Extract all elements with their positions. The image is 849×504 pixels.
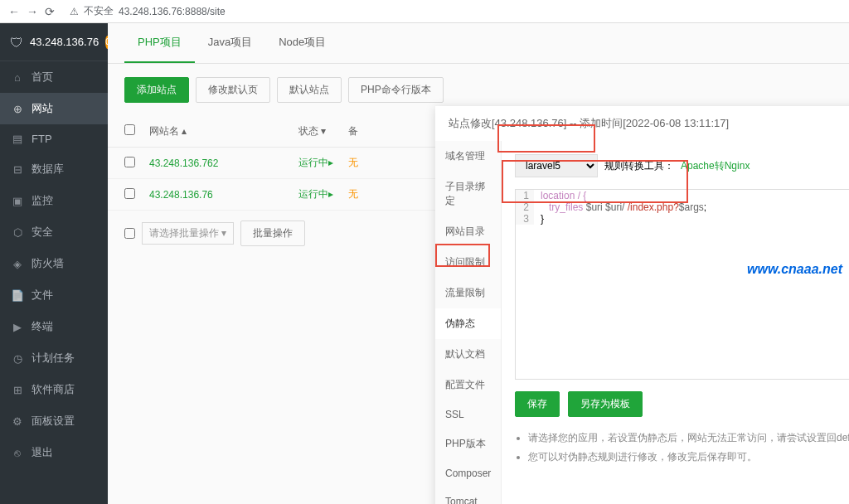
back-icon[interactable]: ←	[8, 5, 20, 18]
side-access[interactable]: 访问限制	[435, 247, 501, 278]
clock-icon: ◷	[12, 352, 23, 364]
save-button[interactable]: 保存	[515, 391, 560, 417]
warning-icon: ⚠	[70, 6, 79, 17]
code-editor[interactable]: 1location / { 2 try_files $uri $uri/ /in…	[515, 189, 849, 380]
main-content: PHP项目 Java项目 Node项目 添加站点 修改默认页 默认站点 PHP命…	[108, 23, 849, 504]
template-row: laravel5 规则转换工具： Apache转Nginx	[515, 154, 849, 177]
url-text: 43.248.136.76:8888/site	[119, 6, 226, 17]
sidebar-item-cron[interactable]: ◷计划任务	[0, 342, 108, 374]
modal-side-menu: 域名管理 子目录绑定 网站目录 访问限制 流量限制 伪静态 默认文档 配置文件 …	[435, 141, 502, 504]
sidebar-item-security[interactable]: ⬡安全	[0, 216, 108, 248]
side-composer[interactable]: Composer	[435, 459, 501, 487]
sidebar-item-website[interactable]: ⊕网站	[0, 93, 108, 124]
settings-icon: ⚙	[12, 415, 23, 427]
side-tomcat[interactable]: Tomcat	[435, 487, 501, 504]
tool-label: 规则转换工具：	[604, 159, 674, 173]
sidebar-menu: ⌂首页 ⊕网站 ▤FTP ⊟数据库 ▣监控 ⬡安全 ◈防火墙 📄文件 ▶终端 ◷…	[0, 61, 108, 504]
reload-icon[interactable]: ⟳	[45, 5, 55, 18]
grid-icon: ⊞	[12, 384, 23, 395]
side-config[interactable]: 配置文件	[435, 370, 501, 400]
template-select[interactable]: laravel5	[515, 154, 598, 177]
sidebar-item-firewall[interactable]: ◈防火墙	[0, 248, 108, 279]
sidebar-item-terminal[interactable]: ▶终端	[0, 311, 108, 342]
security-text: 不安全	[84, 4, 114, 18]
sidebar-item-files[interactable]: 📄文件	[0, 279, 108, 311]
file-icon: 📄	[12, 289, 23, 301]
side-php-ver[interactable]: PHP版本	[435, 429, 501, 459]
folder-icon: ▤	[12, 133, 23, 145]
sidebar-item-home[interactable]: ⌂首页	[0, 61, 108, 93]
notes: 请选择您的应用，若设置伪静态后，网站无法正常访问，请尝试设置回default 您…	[515, 429, 849, 467]
note-item: 您可以对伪静态规则进行修改，修改完后保存即可。	[528, 448, 849, 467]
sidebar-item-store[interactable]: ⊞软件商店	[0, 374, 108, 405]
sidebar-item-monitor[interactable]: ▣监控	[0, 185, 108, 216]
sidebar: 🛡 43.248.136.76 0 ⌂首页 ⊕网站 ▤FTP ⊟数据库 ▣监控 …	[0, 23, 108, 504]
site-edit-modal: ✕ 站点修改[43.248.136.76] -- 添加时间[2022-06-08…	[435, 106, 849, 504]
sidebar-item-settings[interactable]: ⚙面板设置	[0, 405, 108, 437]
side-ssl[interactable]: SSL	[435, 400, 501, 429]
apache-nginx-link[interactable]: Apache转Nginx	[681, 159, 750, 173]
save-as-template-button[interactable]: 另存为模板	[568, 391, 643, 417]
home-icon: ⌂	[12, 71, 23, 83]
side-traffic[interactable]: 流量限制	[435, 278, 501, 308]
forward-icon[interactable]: →	[27, 5, 38, 18]
server-icon: 🛡	[10, 36, 23, 49]
shield-icon: ⬡	[12, 226, 23, 238]
side-subdir[interactable]: 子目录绑定	[435, 172, 501, 216]
note-item: 请选择您的应用，若设置伪静态后，网站无法正常访问，请尝试设置回default	[528, 429, 849, 448]
modal-content: laravel5 规则转换工具： Apache转Nginx 1location …	[502, 141, 849, 504]
sidebar-item-ftp[interactable]: ▤FTP	[0, 124, 108, 153]
terminal-icon: ▶	[12, 321, 23, 332]
browser-bar: ← → ⟳ ⚠ 不安全 43.248.136.76:8888/site	[0, 0, 849, 23]
watermark: www.cnaaa.net	[747, 262, 842, 277]
side-webdir[interactable]: 网站目录	[435, 216, 501, 247]
globe-icon: ⊕	[12, 103, 23, 114]
database-icon: ⊟	[12, 163, 23, 175]
side-rewrite[interactable]: 伪静态	[435, 308, 501, 339]
app-container: 🛡 43.248.136.76 0 ⌂首页 ⊕网站 ▤FTP ⊟数据库 ▣监控 …	[0, 23, 849, 504]
monitor-icon: ▣	[12, 195, 23, 206]
firewall-icon: ◈	[12, 258, 23, 269]
url-bar[interactable]: ⚠ 不安全 43.248.136.76:8888/site	[61, 2, 841, 20]
modal-title: 站点修改[43.248.136.76] -- 添加时间[2022-06-08 1…	[435, 106, 849, 141]
sidebar-item-database[interactable]: ⊟数据库	[0, 153, 108, 185]
action-row: 保存 另存为模板	[515, 391, 849, 417]
sidebar-item-logout[interactable]: ⎋退出	[0, 437, 108, 468]
side-domain[interactable]: 域名管理	[435, 141, 501, 172]
sidebar-header: 🛡 43.248.136.76 0	[0, 23, 108, 61]
logout-icon: ⎋	[12, 447, 23, 458]
server-ip: 43.248.136.76	[30, 36, 99, 48]
modal-body: 域名管理 子目录绑定 网站目录 访问限制 流量限制 伪静态 默认文档 配置文件 …	[435, 141, 849, 504]
side-default-doc[interactable]: 默认文档	[435, 339, 501, 370]
